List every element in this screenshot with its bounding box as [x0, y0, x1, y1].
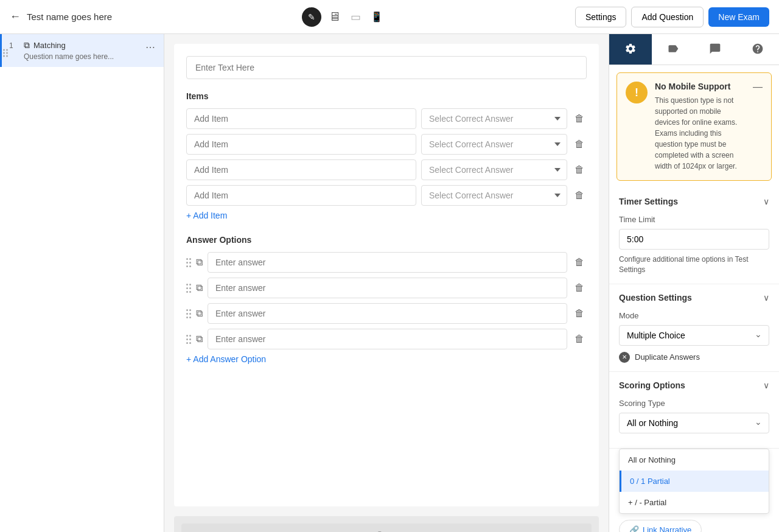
mode-select[interactable]: Multiple Choice: [619, 325, 769, 346]
drag-handle[interactable]: [3, 44, 8, 57]
warning-close-button[interactable]: —: [753, 82, 763, 93]
tab-settings[interactable]: [609, 34, 652, 65]
item-row-3: Select Correct Answer 🗑: [186, 159, 587, 180]
scoring-options-title: Scoring Options: [619, 380, 685, 390]
time-limit-label: Time Limit: [619, 215, 769, 224]
copy-icon-3[interactable]: ⧉: [196, 308, 203, 319]
add-question-button[interactable]: Add Question: [631, 7, 704, 27]
answer-row-3: ⧉ 🗑: [186, 303, 587, 324]
copy-icon-4[interactable]: ⧉: [196, 334, 203, 345]
dropdown-item-plus-minus-partial[interactable]: + / - Partial: [620, 492, 769, 513]
timer-hint: Configure additional time options in Tes…: [619, 254, 769, 275]
item-input-4[interactable]: [186, 185, 416, 206]
item-select-2[interactable]: Select Correct Answer: [421, 134, 567, 155]
answer-input-3[interactable]: [208, 303, 567, 324]
item-select-1[interactable]: Select Correct Answer: [421, 108, 567, 129]
back-button[interactable]: ←: [10, 10, 21, 23]
answer-drag-2[interactable]: [186, 284, 191, 293]
delete-answer-4-button[interactable]: 🗑: [572, 331, 587, 347]
tab-tag[interactable]: [652, 34, 694, 65]
dropdown-item-01-partial[interactable]: 0 / 1 Partial: [620, 471, 769, 492]
scoring-type-dropdown: All or Nothing 0 / 1 Partial + / - Parti…: [619, 449, 769, 514]
items-section: Items Select Correct Answer 🗑 Select Cor…: [186, 91, 587, 220]
test-title: Test name goes here: [27, 12, 112, 22]
duplicate-answers-label: Duplicate Answers: [635, 352, 700, 362]
item-select-4[interactable]: Select Correct Answer: [421, 185, 567, 206]
warning-content: No Mobile Support This question type is …: [655, 82, 746, 172]
answer-drag-4[interactable]: [186, 335, 191, 344]
question-settings-title: Question Settings: [619, 293, 692, 303]
timer-settings-content: Time Limit Configure additional time opt…: [609, 215, 779, 284]
add-answer-option-button[interactable]: + Add Answer Option: [186, 354, 266, 364]
delete-item-1-button[interactable]: 🗑: [572, 111, 587, 127]
item-input-2[interactable]: [186, 134, 416, 155]
answer-input-4[interactable]: [208, 329, 567, 349]
warning-title: No Mobile Support: [655, 82, 746, 91]
delete-answer-1-button[interactable]: 🗑: [572, 254, 587, 270]
duplicate-answers-row: Duplicate Answers: [619, 352, 769, 363]
scoring-options-content: Scoring Type All or Nothing: [609, 399, 779, 448]
tab-comment[interactable]: [694, 34, 737, 65]
topbar-icons: ✎ 🖥 ▭ 📱: [302, 7, 385, 27]
right-panel: ! No Mobile Support This question type i…: [609, 34, 779, 532]
topbar-right: Settings Add Question New Exam: [575, 7, 769, 27]
item-input-1[interactable]: [186, 108, 416, 129]
topbar: ← Test name goes here ✎ 🖥 ▭ 📱 Settings A…: [0, 0, 779, 34]
item-row-1: Select Correct Answer 🗑: [186, 108, 587, 129]
main-layout: 1 ⧉ Matching Question name goes here... …: [0, 34, 779, 532]
delete-answer-2-button[interactable]: 🗑: [572, 280, 587, 296]
content-area: Items Select Correct Answer 🗑 Select Cor…: [164, 34, 609, 532]
item-select-3[interactable]: Select Correct Answer: [421, 159, 567, 180]
sidebar-item-1[interactable]: 1 ⧉ Matching Question name goes here... …: [0, 34, 164, 67]
sidebar-item-number: 1: [9, 40, 19, 50]
link-narrative-button[interactable]: 🔗 Link Narrative: [619, 520, 702, 532]
answer-drag-3[interactable]: [186, 309, 191, 318]
sidebar-item-type: ⧉ Matching: [24, 40, 139, 51]
copy-icon-1[interactable]: ⧉: [196, 257, 203, 268]
timer-settings-title: Timer Settings: [619, 197, 678, 206]
delete-item-4-button[interactable]: 🗑: [572, 187, 587, 203]
sidebar: 1 ⧉ Matching Question name goes here... …: [0, 34, 164, 532]
monitor-icon-button[interactable]: 🖥: [326, 7, 343, 26]
new-exam-button[interactable]: New Exam: [708, 7, 769, 27]
item-row-4: Select Correct Answer 🗑: [186, 185, 587, 206]
mode-select-wrapper: Multiple Choice: [619, 325, 769, 346]
answer-drag-1[interactable]: [186, 258, 191, 267]
pen-icon-button[interactable]: ✎: [302, 7, 321, 27]
scoring-options-header[interactable]: Scoring Options ∨: [609, 372, 779, 399]
timer-settings-header[interactable]: Timer Settings ∨: [609, 188, 779, 215]
delete-item-2-button[interactable]: 🗑: [572, 136, 587, 152]
add-item-button[interactable]: + Add Item: [186, 211, 227, 220]
tablet-icon-button[interactable]: ▭: [348, 8, 363, 26]
topbar-left: ← Test name goes here: [10, 10, 112, 23]
scoring-type-select[interactable]: All or Nothing: [619, 413, 769, 433]
answer-input-2[interactable]: [208, 278, 567, 298]
matching-icon: ⧉: [24, 40, 30, 51]
timer-settings-chevron: ∨: [763, 197, 769, 206]
question-settings-header[interactable]: Question Settings ∨: [609, 284, 779, 311]
answer-row-1: ⧉ 🗑: [186, 252, 587, 273]
copy-icon-2[interactable]: ⧉: [196, 282, 203, 293]
warning-box: ! No Mobile Support This question type i…: [617, 72, 772, 181]
delete-answer-3-button[interactable]: 🗑: [572, 306, 587, 321]
sidebar-item-content: ⧉ Matching Question name goes here...: [24, 40, 139, 61]
save-bar: Save: [174, 516, 599, 532]
question-settings-chevron: ∨: [763, 293, 769, 303]
question-text-input[interactable]: [186, 56, 587, 79]
question-settings-content: Mode Multiple Choice Duplicate Answers: [609, 311, 779, 371]
answer-input-1[interactable]: [208, 252, 567, 273]
phone-icon-button[interactable]: 📱: [368, 9, 385, 25]
mode-label: Mode: [619, 311, 769, 320]
scoring-type-select-wrapper: All or Nothing: [619, 413, 769, 433]
item-input-3[interactable]: [186, 159, 416, 180]
tab-help[interactable]: [736, 34, 779, 65]
delete-item-3-button[interactable]: 🗑: [572, 162, 587, 178]
time-limit-input[interactable]: [619, 229, 769, 250]
settings-button[interactable]: Settings: [575, 7, 627, 27]
save-button[interactable]: Save: [181, 523, 592, 532]
answer-options-label: Answer Options: [186, 235, 587, 245]
dropdown-item-all-or-nothing[interactable]: All or Nothing: [620, 449, 769, 471]
duplicate-answers-checkbox[interactable]: [619, 352, 630, 363]
answer-row-2: ⧉ 🗑: [186, 278, 587, 298]
more-menu-icon[interactable]: ⋯: [144, 40, 156, 54]
